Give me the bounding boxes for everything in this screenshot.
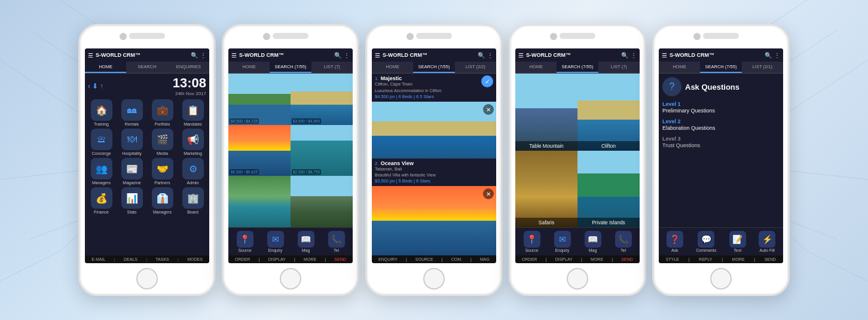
grid-cell-4[interactable]: $2,500 / $8,750: [291, 125, 353, 176]
icon-partners[interactable]: 🤝 Partners: [148, 158, 176, 185]
grid-cell-1[interactable]: $4,500 / $4,725: [228, 74, 291, 125]
text-action[interactable]: 📝 Text: [729, 231, 746, 252]
icon-managers[interactable]: 👥 Managers: [87, 158, 115, 185]
icon-hospitality[interactable]: 🍽 Hospitality: [118, 129, 146, 156]
send-link-4[interactable]: SEND: [621, 257, 632, 261]
more-icon-4[interactable]: ⋮: [631, 52, 637, 59]
search-icon-1[interactable]: 🔍: [191, 52, 198, 59]
search-icon-2[interactable]: 🔍: [334, 52, 341, 59]
nav-list-2[interactable]: LIST (7): [311, 62, 353, 73]
source-action-4[interactable]: 📍 Source: [524, 231, 540, 252]
download-icon[interactable]: ⬇: [92, 82, 98, 90]
nav-search-3[interactable]: SEARCH (7/55): [413, 62, 454, 73]
listing-1-check[interactable]: ✓: [481, 75, 493, 87]
icon-concierge[interactable]: 🛎 Concierge: [87, 129, 115, 156]
icon-managers2[interactable]: 👔 Managers: [148, 187, 176, 214]
nav-search-1[interactable]: SEARCH: [126, 62, 167, 73]
more-link-4[interactable]: MORE: [591, 257, 603, 261]
price-3: $6,500 / $6,825: [230, 169, 259, 175]
tasks-link[interactable]: TASKS: [155, 257, 169, 261]
nav-search-2[interactable]: SEARCH (7/55): [270, 62, 311, 73]
close-icon-1[interactable]: ✕: [483, 104, 494, 115]
enquiry-action-4[interactable]: ✉ Enquiry: [554, 231, 571, 252]
icon-media[interactable]: 🎬 Media: [148, 129, 176, 156]
email-link[interactable]: E-MAIL: [91, 257, 105, 261]
grid-cell-2[interactable]: $3,500 / $4,900: [291, 74, 353, 125]
hamburger-icon-4[interactable]: ☰: [518, 52, 524, 59]
order-link-2[interactable]: ORDER: [235, 257, 250, 261]
icon-training[interactable]: 🏠 Training: [87, 99, 115, 126]
order-link-4[interactable]: ORDER: [522, 257, 537, 261]
nav-home-4[interactable]: HOME: [515, 62, 557, 73]
search-icon-5[interactable]: 🔍: [765, 52, 772, 59]
display-link-4[interactable]: DISPLAY: [555, 257, 573, 261]
mag-action[interactable]: 📖 Mag: [298, 231, 314, 252]
phone-3-nav: HOME SEARCH (7/55) LIST (2/2): [372, 62, 496, 74]
phone-1-home-btn[interactable]: [136, 268, 158, 289]
mag-action-4[interactable]: 📖 Mag: [585, 231, 601, 252]
enquiry-action[interactable]: ✉ Enquiry: [267, 231, 284, 252]
autofill-action[interactable]: ⚡ Auto Fill: [759, 231, 775, 252]
phone-3-home-btn[interactable]: [423, 268, 445, 289]
modes-link[interactable]: MODES: [187, 257, 203, 261]
hamburger-icon-2[interactable]: ☰: [231, 52, 237, 59]
back-arrow[interactable]: ‹: [88, 82, 90, 90]
deals-link[interactable]: DEALS: [124, 257, 137, 261]
hamburger-icon[interactable]: ☰: [88, 52, 93, 59]
reply-link-5[interactable]: REPLY: [699, 257, 712, 261]
nav-home-5[interactable]: HOME: [659, 62, 700, 73]
more-icon-5[interactable]: ⋮: [774, 52, 780, 59]
phone-4-home-btn[interactable]: [567, 268, 588, 289]
cat-safaris[interactable]: Safaris: [515, 151, 577, 228]
cat-table-mountain[interactable]: Table Mountain: [515, 74, 577, 151]
more-icon-3[interactable]: ⋮: [487, 52, 493, 59]
nav-home-2[interactable]: HOME: [228, 62, 270, 73]
search-icon-4[interactable]: 🔍: [621, 52, 628, 59]
icon-marketing[interactable]: 📢 Marketing: [179, 129, 207, 156]
display-link-2[interactable]: DISPLAY: [268, 257, 286, 261]
ask-action[interactable]: ❓ Ask: [667, 231, 683, 252]
icon-magazine[interactable]: 📰 Magazine: [118, 158, 146, 185]
nav-home-3[interactable]: HOME: [372, 62, 413, 73]
icon-admin[interactable]: ⚙ Admin: [179, 158, 207, 185]
more-link-5[interactable]: MORE: [732, 257, 745, 261]
cat-clifton[interactable]: Clifton: [577, 74, 640, 151]
tel-action[interactable]: 📞 Tel: [328, 231, 345, 252]
hamburger-icon-5[interactable]: ☰: [662, 52, 667, 59]
hamburger-icon-3[interactable]: ☰: [375, 52, 380, 59]
icon-finance[interactable]: 💰 Finance: [87, 187, 115, 214]
send-link-5[interactable]: SEND: [765, 257, 776, 261]
more-icon-2[interactable]: ⋮: [344, 52, 350, 59]
icon-rentals[interactable]: 🏘 Rentals: [118, 99, 146, 126]
enquiry-link-3[interactable]: ENQUIRY: [378, 257, 398, 261]
close-icon-2[interactable]: ✕: [483, 188, 494, 199]
style-link-5[interactable]: STYLE: [666, 257, 679, 261]
comments-action[interactable]: 💬 Comments: [696, 231, 716, 252]
nav-list-5[interactable]: LIST (2/1): [742, 62, 783, 73]
nav-list-3[interactable]: LIST (2/2): [455, 62, 496, 73]
nav-enquiries-1[interactable]: ENQUIRIES: [168, 62, 209, 73]
tel-action-4[interactable]: 📞 Tel: [615, 231, 632, 252]
grid-cell-5[interactable]: [228, 176, 291, 227]
grid-cell-6[interactable]: [291, 176, 353, 227]
nav-search-4[interactable]: SEARCH (7/55): [557, 62, 598, 73]
nav-list-4[interactable]: LIST (7): [598, 62, 640, 73]
icon-board[interactable]: 🏢 Board: [179, 187, 207, 214]
phone-5-home-btn[interactable]: [710, 268, 732, 289]
more-icon-1[interactable]: ⋮: [200, 52, 206, 59]
mag-link-3[interactable]: MAG: [480, 257, 490, 261]
phone-2-home-btn[interactable]: [280, 268, 301, 289]
send-link-2[interactable]: SEND: [334, 257, 346, 261]
icon-portfolio[interactable]: 💼 Portfolio: [148, 99, 176, 126]
nav-search-5[interactable]: SEARCH (7/55): [700, 62, 741, 73]
source-link-3[interactable]: SOURCE: [415, 257, 433, 261]
com-link-3[interactable]: COM.: [451, 257, 462, 261]
cat-private-islands[interactable]: Private Islands: [577, 151, 640, 228]
more-link-2[interactable]: MORE: [304, 257, 316, 261]
grid-cell-3[interactable]: $6,500 / $6,825: [228, 125, 291, 176]
icon-stats[interactable]: 📊 Stats: [118, 187, 146, 214]
icon-mandates[interactable]: 📋 Mandates: [179, 99, 207, 126]
nav-home-1[interactable]: HOME: [85, 62, 126, 73]
source-action[interactable]: 📍 Source: [237, 231, 253, 252]
search-icon-3[interactable]: 🔍: [478, 52, 485, 59]
